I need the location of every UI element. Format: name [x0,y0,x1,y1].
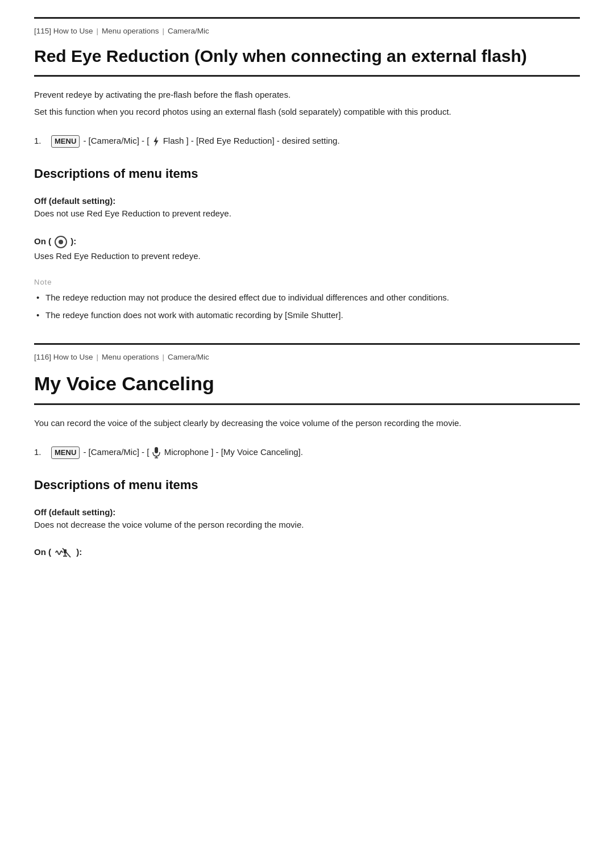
section1-desc-heading: Descriptions of menu items [34,156,580,185]
breadcrumb-cat1: Menu operations [102,27,159,35]
section1-on-term-after: ): [70,236,76,245]
breadcrumb-cat2: Camera/Mic [168,27,209,35]
step1-content: MENU - [Camera/Mic] - [ Flash ] - [Red E… [51,134,340,148]
section1-off-def: Does not use Red Eye Reduction to preven… [34,207,580,221]
breadcrumb-sep1: | [97,27,98,35]
section2-intro: You can record the voice of the subject … [34,405,580,440]
svg-rect-1 [155,447,158,453]
section1-on-term-text: On ( [34,236,51,245]
section2-step1-number: 1. [34,445,45,460]
section2-steps: 1. MENU - [Camera/Mic] - [ Microphone ] … [34,440,580,468]
step1-text1: - [Camera/Mic] - [ [83,136,149,145]
section1-intro: Prevent redeye by activating the pre-fla… [34,77,580,129]
section2-on-term: On ( ): [34,547,580,558]
section1-intro-p2: Set this function when you record photos… [34,105,580,119]
section2-step1-text1: - [Camera/Mic] - [ [83,447,149,457]
section1-step1: 1. MENU - [Camera/Mic] - [ Flash ] - [Re… [34,134,580,148]
section2-off-def: Does not decrease the voice volume of th… [34,518,580,532]
section2-title: My Voice Canceling [34,366,580,404]
section2-menu-badge: MENU [51,446,80,459]
section2-desc-heading: Descriptions of menu items [34,468,580,496]
section1-off-term: Off (default setting): [34,196,580,206]
note-item-1: The redeye reduction may not produce the… [34,291,580,305]
section1: [115] How to Use | Menu operations | Cam… [34,19,580,343]
menu-badge: MENU [51,135,80,148]
section1-title: Red Eye Reduction (Only when connecting … [34,40,580,75]
section1-note-label: Note [34,278,580,286]
step1-text2: ] - [Red Eye Reduction] - desired settin… [186,136,340,145]
step1-number: 1. [34,134,45,148]
section1-desc-on: On ( ): Uses Red Eye Reduction to preven… [34,226,580,268]
section2-breadcrumb-sep1: | [97,353,98,361]
section1-note-section: Note The redeye reduction may not produc… [34,268,580,332]
section2-intro-p1: You can record the voice of the subject … [34,416,580,431]
section1-on-def: Uses Red Eye Reduction to prevent redeye… [34,249,580,264]
section2-step1-content: MENU - [Camera/Mic] - [ Microphone ] - [… [51,445,303,460]
section1-intro-p1: Prevent redeye by activating the pre-fla… [34,88,580,102]
section2-breadcrumb: [116] How to Use | Menu operations | Cam… [34,345,580,366]
flash-icon [152,136,160,147]
section2-breadcrumb-sep2: | [163,353,164,361]
note-item-2: The redeye function does not work with a… [34,308,580,323]
section2-off-term: Off (default setting): [34,507,580,517]
section2-desc-off: Off (default setting): Does not decrease… [34,497,580,537]
section2-step1: 1. MENU - [Camera/Mic] - [ Microphone ] … [34,445,580,460]
step1-flash-label: Flash [163,136,184,145]
breadcrumb-sep2: | [163,27,164,35]
section2-desc-on: On ( ): [34,537,580,563]
voice-cancel-icon [55,547,73,558]
section2-mic-label: Microphone [164,447,209,457]
section2-on-term-text: On ( [34,547,51,557]
section1-note-list: The redeye reduction may not produce the… [34,291,580,323]
section2-breadcrumb-cat1: Menu operations [102,353,159,361]
section2-breadcrumb-page: [116] How to Use [34,353,93,361]
section2-breadcrumb-cat2: Camera/Mic [168,353,209,361]
section1-breadcrumb: [115] How to Use | Menu operations | Cam… [34,19,580,40]
redeye-on-icon [55,236,67,248]
section1-steps: 1. MENU - [Camera/Mic] - [ Flash ] - [Re… [34,128,580,156]
breadcrumb-page: [115] How to Use [34,27,93,35]
section1-desc-off: Off (default setting): Does not use Red … [34,186,580,226]
section1-on-term: On ( ): [34,236,580,248]
section2: [116] How to Use | Menu operations | Cam… [34,345,580,574]
microphone-icon [152,447,161,458]
svg-marker-0 [154,136,159,147]
section2-step1-text2: ] - [My Voice Canceling]. [211,447,303,457]
section2-on-term-after: ): [76,547,82,557]
